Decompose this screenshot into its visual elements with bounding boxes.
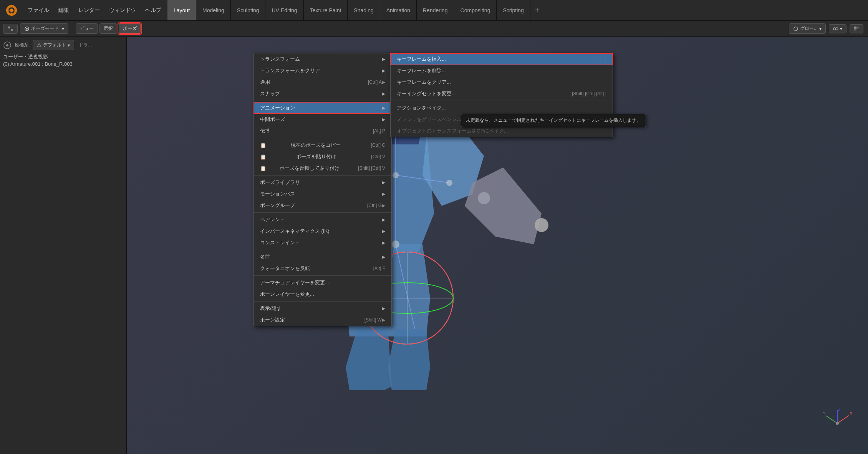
arrow-icon: ▶ <box>382 68 385 73</box>
paste-icon: 📋 <box>260 154 266 160</box>
edit-menu[interactable]: 編集 <box>54 0 74 20</box>
tab-shading[interactable]: Shading <box>348 0 380 20</box>
blender-logo[interactable] <box>3 2 20 19</box>
menu-item-change-armature-layer[interactable]: アーマチュアレイヤーを変更... <box>254 277 391 288</box>
arrow-icon: ▶ <box>382 306 385 311</box>
menu-item-change-bone-layer[interactable]: ボーンレイヤーを変更... <box>254 288 391 300</box>
submenu-item-clear-keyframe[interactable]: キーフレームをクリア... <box>391 76 613 88</box>
toolbar-right: グロー... ▾ ▾ <box>789 23 865 34</box>
glow-chevron: ▾ <box>819 26 822 31</box>
tooltip: 未定義なら、メニューで指定されたキーイングセットにキーフレームを挿入します。 <box>461 114 646 127</box>
file-menu-items: ファイル 編集 レンダー ウィンドウ ヘルプ <box>23 0 166 20</box>
menu-item-paste-flipped-pose[interactable]: 📋 ポーズを反転して貼り付け [Shift] [Ctrl] V <box>254 162 391 174</box>
submenu-item-insert-keyframe[interactable]: キーフレームを挿入... I <box>391 53 613 65</box>
svg-marker-18 <box>37 43 41 47</box>
tab-sculpting[interactable]: Sculpting <box>231 0 266 20</box>
tab-modeling[interactable]: Modeling <box>196 0 231 20</box>
tab-animation[interactable]: Animation <box>380 0 417 20</box>
tab-scripting[interactable]: Scripting <box>497 0 530 20</box>
menu-item-propagate[interactable]: 伝播 [Alt] P <box>254 125 391 137</box>
menu-item-flip-quaternion[interactable]: クォータニオンを反転 [Alt] F <box>254 263 391 274</box>
menu-item-ik[interactable]: インバースキネマティクス (IK) ▶ <box>254 225 391 237</box>
svg-point-8 <box>26 28 28 30</box>
submenu-item-change-keying-set[interactable]: キーイングセットを変更... [Shift] [Ctrl] [Alt] I <box>391 88 613 99</box>
coord-label: 座標系: <box>15 42 30 48</box>
chevron-down-icon: ▾ <box>62 26 64 31</box>
left-panel: 座標系: デフォルト ▾ ドラ... ユーザー・透視投影 (0) Armatur… <box>0 37 127 454</box>
pose-menu-btn[interactable]: ボーズ <box>119 23 141 34</box>
svg-rect-14 <box>854 29 856 31</box>
file-menu[interactable]: ファイル <box>23 0 54 20</box>
pose-mode-selector[interactable]: ポーズモード ▾ <box>20 23 68 34</box>
tab-compositing[interactable]: Compositing <box>454 0 497 20</box>
arrow-icon: ▶ <box>382 56 385 62</box>
viewport-overlay-btn[interactable]: ▾ <box>829 24 846 33</box>
menu-item-pose-library[interactable]: ポーズライブラリ ▶ <box>254 177 391 188</box>
arrow-icon: ▶ <box>382 117 385 122</box>
menu-item-constraints[interactable]: コンストレイント ▶ <box>254 237 391 249</box>
svg-point-17 <box>6 44 8 46</box>
select-menu-btn[interactable]: 選択 <box>99 23 117 34</box>
menu-item-apply[interactable]: 適用 [Ctrl] A▶ <box>254 76 391 88</box>
menu-item-parent[interactable]: ペアレント ▶ <box>254 214 391 225</box>
glow-btn[interactable]: グロー... ▾ <box>789 23 826 34</box>
svg-rect-12 <box>854 27 856 29</box>
arrow-icon: ▶ <box>382 229 385 234</box>
arrow-icon: ▶ <box>382 254 385 260</box>
submenu-item-bake-action[interactable]: アクションをベイク... <box>391 102 613 114</box>
copy-icon: 📋 <box>260 142 266 148</box>
svg-point-34 <box>446 180 452 186</box>
svg-line-45 <box>826 416 837 423</box>
add-workspace-button[interactable]: + <box>530 0 544 20</box>
svg-text:Y: Y <box>823 411 826 416</box>
svg-point-11 <box>836 28 838 30</box>
separator <box>254 301 391 302</box>
svg-point-35 <box>392 240 399 248</box>
menu-item-animation[interactable]: アニメーション ▶ <box>254 102 391 114</box>
view-mode-label: ユーザー・透視投影 <box>3 53 123 60</box>
object-info-label: (0) Armature.001 : Bone_R.003 <box>3 61 123 67</box>
menu-item-paste-pose[interactable]: 📋 ポーズを貼り付け [Ctrl] V <box>254 151 391 162</box>
menu-item-bone-group[interactable]: ボーングループ [Ctrl] G▶ <box>254 200 391 211</box>
separator <box>254 275 391 276</box>
svg-line-43 <box>837 416 849 423</box>
menu-item-snap[interactable]: スナップ ▶ <box>254 88 391 99</box>
separator <box>254 175 391 176</box>
menu-item-bone-settings[interactable]: ボーン設定 [Shift] W▶ <box>254 314 391 326</box>
default-coord-btn[interactable]: デフォルト ▾ <box>33 40 74 50</box>
svg-text:X: X <box>850 411 853 416</box>
menu-item-name[interactable]: 名前 ▶ <box>254 251 391 263</box>
help-menu[interactable]: ヘルプ <box>141 0 166 20</box>
menu-item-copy-pose[interactable]: 📋 現在のポーズをコピー [Ctrl] C <box>254 139 391 151</box>
menu-item-show-hide[interactable]: 表示/隠す ▶ <box>254 303 391 314</box>
menu-item-transform[interactable]: トランスフォーム ▶ <box>254 53 391 65</box>
window-menu[interactable]: ウィンドウ <box>104 0 141 20</box>
coord-axes: X Y Z <box>822 408 853 439</box>
arrow-icon: ▶ <box>382 191 385 197</box>
tab-texture-paint[interactable]: Texture Paint <box>304 0 348 20</box>
svg-rect-5 <box>8 27 10 28</box>
viewport-3d[interactable]: X Y Z トランスフォーム ▶ トランスフォームをクリア ▶ 適用 <box>127 37 868 454</box>
view-menu-btn[interactable]: ビュー <box>76 23 98 34</box>
arrow-icon: ▶ <box>382 180 385 185</box>
menu-item-transform-clear[interactable]: トランスフォームをクリア ▶ <box>254 65 391 76</box>
tab-rendering[interactable]: Rendering <box>417 0 454 20</box>
arrow-icon: ▶ <box>382 240 385 245</box>
tab-layout[interactable]: Layout <box>167 0 196 20</box>
menu-item-motion-path[interactable]: モーションパス ▶ <box>254 188 391 200</box>
separator <box>254 101 391 101</box>
separator <box>391 101 613 101</box>
menu-item-middle-pose[interactable]: 中間ポーズ ▶ <box>254 114 391 125</box>
svg-rect-13 <box>856 27 859 29</box>
tab-uv-editing[interactable]: UV Editing <box>265 0 303 20</box>
submenu-item-delete-keyframe[interactable]: キーフレームを削除... <box>391 65 613 76</box>
workspace-tabs: Layout Modeling Sculpting UV Editing Tex… <box>167 0 868 20</box>
main-area: 座標系: デフォルト ▾ ドラ... ユーザー・透視投影 (0) Armatur… <box>0 37 868 454</box>
overlay-chevron: ▾ <box>840 26 842 31</box>
viewport-shading-btn[interactable] <box>850 24 863 33</box>
object-mode-icon[interactable] <box>3 24 18 34</box>
drag-label: ドラ... <box>79 42 92 48</box>
render-menu[interactable]: レンダー <box>74 0 104 20</box>
svg-point-37 <box>535 218 548 232</box>
coordinate-icon <box>3 41 12 50</box>
